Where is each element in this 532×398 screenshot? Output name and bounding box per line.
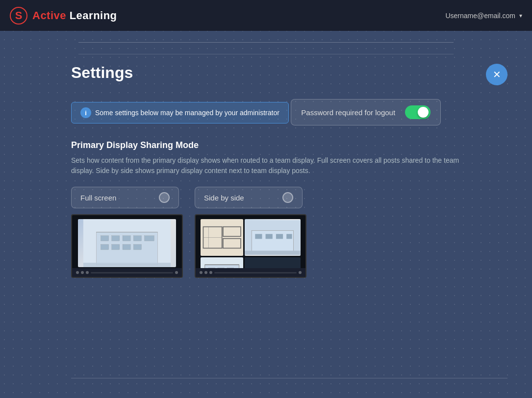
svg-rect-5 xyxy=(133,236,141,241)
preview-bottom-bar-fs xyxy=(72,268,182,277)
info-icon: i xyxy=(80,107,91,118)
sbs-dot-3 xyxy=(209,271,212,274)
toggle-track xyxy=(405,105,431,119)
svg-rect-9 xyxy=(123,245,130,250)
fullscreen-radio xyxy=(159,192,170,203)
sbs-building-top xyxy=(245,219,301,256)
fullscreen-preview xyxy=(71,214,183,278)
sidebyside-label: Side by side xyxy=(204,194,277,202)
sidebyside-preview xyxy=(195,214,306,278)
svg-rect-2 xyxy=(101,236,109,241)
divider-top-2 xyxy=(78,54,454,54)
settings-title: Settings xyxy=(71,64,133,82)
sidebyside-radio xyxy=(282,192,293,203)
user-email: Username@email.com xyxy=(445,12,515,20)
svg-rect-24 xyxy=(266,234,273,239)
divider-top-1 xyxy=(78,42,454,43)
svg-rect-10 xyxy=(133,245,141,250)
sbs-dot-1 xyxy=(200,271,203,274)
fullscreen-option: Full screen xyxy=(71,187,183,278)
sbs-dot-4 xyxy=(299,271,302,274)
svg-rect-3 xyxy=(112,236,120,241)
dot-4 xyxy=(175,271,178,274)
app-title: Active Learning xyxy=(32,9,117,22)
sbs-dot-2 xyxy=(204,271,207,274)
close-button[interactable]: ✕ xyxy=(486,64,507,85)
settings-header: Settings ✕ xyxy=(71,64,507,85)
logo-active-text: Active xyxy=(32,9,66,22)
toggle-thumb xyxy=(418,107,429,118)
password-setting-row: Password required for logout xyxy=(291,99,441,125)
svg-rect-25 xyxy=(276,234,283,239)
fullscreen-radio-row[interactable]: Full screen xyxy=(71,187,179,208)
dot-3 xyxy=(86,271,89,274)
user-menu[interactable]: Username@email.com ▾ xyxy=(445,12,522,20)
bar-line xyxy=(91,272,173,274)
info-banner: i Some settings below may be managed by … xyxy=(71,102,289,124)
sidebyside-option: Side by side xyxy=(195,187,306,278)
svg-rect-27 xyxy=(245,250,301,255)
password-toggle[interactable] xyxy=(405,105,431,119)
svg-rect-4 xyxy=(123,236,130,241)
sbs-row-top xyxy=(201,219,301,256)
svg-rect-14 xyxy=(97,263,158,266)
settings-panel: Settings ✕ i Some settings below may be … xyxy=(71,64,507,278)
fullscreen-label: Full screen xyxy=(80,194,153,202)
sbs-bar-line xyxy=(214,272,297,274)
logo-area: S Active Learning xyxy=(10,7,117,25)
close-icon: ✕ xyxy=(493,69,501,80)
primary-display-description: Sets how content from the primary displa… xyxy=(71,155,483,176)
svg-rect-22 xyxy=(252,230,294,252)
fullscreen-preview-content xyxy=(78,219,176,267)
sbs-floorplan xyxy=(201,219,243,256)
password-label: Password required for logout xyxy=(301,108,395,117)
app-header: S Active Learning Username@email.com ▾ xyxy=(0,0,532,31)
info-message: Some settings below may be managed by yo… xyxy=(95,109,279,117)
svg-rect-8 xyxy=(112,245,120,250)
logo-icon: S xyxy=(10,7,27,25)
logo-learning-text: Learning xyxy=(66,9,117,22)
sidebyside-radio-row[interactable]: Side by side xyxy=(195,187,303,208)
display-modes: Full screen xyxy=(71,187,507,278)
svg-rect-26 xyxy=(287,234,292,239)
svg-rect-23 xyxy=(255,234,262,239)
chevron-down-icon: ▾ xyxy=(519,12,522,19)
divider-bottom xyxy=(71,378,507,378)
svg-rect-6 xyxy=(145,236,154,241)
preview-bottom-bar-sbs xyxy=(196,268,305,277)
svg-rect-7 xyxy=(101,245,109,250)
dot-2 xyxy=(81,271,84,274)
dot-1 xyxy=(76,271,79,274)
primary-display-title: Primary Display Sharing Mode xyxy=(71,140,507,150)
